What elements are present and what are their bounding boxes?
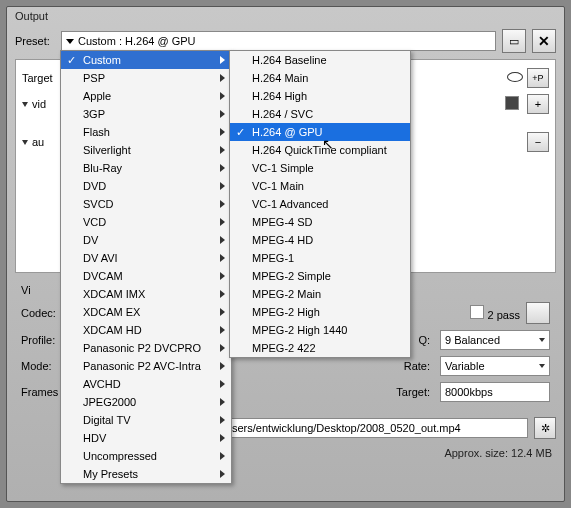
add-button[interactable]: + — [527, 94, 549, 114]
two-pass-label: 2 pass — [488, 309, 520, 321]
rate-label: Rate: — [390, 360, 430, 372]
menu-item[interactable]: MPEG-2 High 1440 — [230, 321, 410, 339]
menu-item[interactable]: Silverlight — [61, 141, 231, 159]
submenu-arrow-icon — [220, 398, 225, 406]
submenu-arrow-icon — [220, 74, 225, 82]
submenu-arrow-icon — [220, 470, 225, 478]
menu-item[interactable]: VCD — [61, 213, 231, 231]
menu-item[interactable]: Apple — [61, 87, 231, 105]
menu-item[interactable]: H.264 Main — [230, 69, 410, 87]
menu-item[interactable]: HDV — [61, 429, 231, 447]
submenu-arrow-icon — [220, 164, 225, 172]
submenu-arrow-icon — [220, 56, 225, 64]
submenu-arrow-icon — [220, 218, 225, 226]
submenu-arrow-icon — [220, 110, 225, 118]
menu-item[interactable]: Panasonic P2 DVCPRO — [61, 339, 231, 357]
menu-item[interactable]: DV AVI — [61, 249, 231, 267]
video-section-label: Vi — [21, 284, 31, 296]
submenu-arrow-icon — [220, 362, 225, 370]
submenu-arrow-icon — [220, 416, 225, 424]
window-title: Output — [7, 7, 564, 25]
menu-item[interactable]: Blu-Ray — [61, 159, 231, 177]
gear-icon: ✲ — [541, 422, 550, 435]
menu-item[interactable]: Flash — [61, 123, 231, 141]
chevron-down-icon — [539, 364, 545, 368]
tree-expand-icon[interactable] — [22, 140, 28, 145]
menu-item[interactable]: H.264 QuickTime compliant — [230, 141, 410, 159]
rate-select[interactable]: Variable — [440, 356, 550, 376]
browse-button[interactable]: ✲ — [534, 417, 556, 439]
menu-item[interactable]: VC-1 Main — [230, 177, 410, 195]
menu-item[interactable]: MPEG-1 — [230, 249, 410, 267]
menu-item[interactable]: Digital TV — [61, 411, 231, 429]
submenu-arrow-icon — [220, 92, 225, 100]
remove-button[interactable]: − — [527, 132, 549, 152]
target-label2: Target: — [390, 386, 430, 398]
checkbox[interactable] — [505, 96, 519, 110]
preset-submenu[interactable]: H.264 BaselineH.264 MainH.264 HighH.264 … — [229, 50, 411, 358]
menu-item[interactable]: My Presets — [61, 465, 231, 483]
menu-item[interactable]: H.264 @ GPU✓ — [230, 123, 410, 141]
preset-combo[interactable]: Custom : H.264 @ GPU — [61, 31, 496, 51]
two-pass-checkbox[interactable] — [470, 305, 484, 319]
submenu-arrow-icon — [220, 326, 225, 334]
submenu-arrow-icon — [220, 182, 225, 190]
menu-item[interactable]: XDCAM IMX — [61, 285, 231, 303]
submenu-arrow-icon — [220, 380, 225, 388]
output-path[interactable]: C:/Users/entwicklung/Desktop/2008_0520_o… — [205, 418, 528, 438]
menu-item[interactable]: H.264 Baseline — [230, 51, 410, 69]
dropdown-triangle-icon — [66, 39, 74, 44]
menu-item[interactable]: H.264 / SVC — [230, 105, 410, 123]
chevron-down-icon — [539, 338, 545, 342]
submenu-arrow-icon — [220, 146, 225, 154]
menu-item[interactable]: SVCD — [61, 195, 231, 213]
disk-icon: ▭ — [509, 35, 519, 48]
menu-item[interactable]: MPEG-2 Main — [230, 285, 410, 303]
add-preset-button[interactable]: +P — [527, 68, 549, 88]
target-input[interactable]: 8000kbps — [440, 382, 550, 402]
tree-item[interactable]: au — [32, 136, 44, 148]
menu-item[interactable]: MPEG-2 422 — [230, 339, 410, 357]
submenu-arrow-icon — [220, 254, 225, 262]
preset-value: Custom : H.264 @ GPU — [78, 35, 196, 47]
close-icon: ✕ — [538, 33, 550, 49]
quality-select[interactable]: 9 Balanced — [440, 330, 550, 350]
menu-item[interactable]: MPEG-2 Simple — [230, 267, 410, 285]
submenu-arrow-icon — [220, 290, 225, 298]
save-preset-button[interactable]: ▭ — [502, 29, 526, 53]
menu-item[interactable]: 3GP — [61, 105, 231, 123]
menu-item[interactable]: XDCAM EX — [61, 303, 231, 321]
menu-item[interactable]: MPEG-2 High — [230, 303, 410, 321]
menu-item[interactable]: MPEG-4 SD — [230, 213, 410, 231]
preset-category-menu[interactable]: Custom✓PSPApple3GPFlashSilverlightBlu-Ra… — [60, 50, 232, 484]
menu-item[interactable]: DVCAM — [61, 267, 231, 285]
menu-item[interactable]: H.264 High — [230, 87, 410, 105]
preset-label: Preset: — [15, 35, 55, 47]
menu-item[interactable]: XDCAM HD — [61, 321, 231, 339]
menu-item[interactable]: AVCHD — [61, 375, 231, 393]
submenu-arrow-icon — [220, 308, 225, 316]
target-label: Target — [22, 72, 62, 84]
submenu-arrow-icon — [220, 272, 225, 280]
menu-item[interactable]: PSP — [61, 69, 231, 87]
tree-expand-icon[interactable] — [22, 102, 28, 107]
submenu-arrow-icon — [220, 452, 225, 460]
submenu-arrow-icon — [220, 236, 225, 244]
submenu-arrow-icon — [220, 344, 225, 352]
submenu-arrow-icon — [220, 128, 225, 136]
menu-item[interactable]: VC-1 Simple — [230, 159, 410, 177]
menu-item[interactable]: DVD — [61, 177, 231, 195]
submenu-arrow-icon — [220, 434, 225, 442]
menu-item[interactable]: VC-1 Advanced — [230, 195, 410, 213]
menu-item[interactable]: Uncompressed — [61, 447, 231, 465]
menu-item[interactable]: JPEG2000 — [61, 393, 231, 411]
settings-button[interactable] — [526, 302, 550, 324]
menu-item[interactable]: MPEG-4 HD — [230, 231, 410, 249]
close-button[interactable]: ✕ — [532, 29, 556, 53]
menu-item[interactable]: DV — [61, 231, 231, 249]
tree-item[interactable]: vid — [32, 98, 46, 110]
menu-item[interactable]: Custom✓ — [61, 51, 231, 69]
menu-item[interactable]: Panasonic P2 AVC-Intra — [61, 357, 231, 375]
eye-icon[interactable] — [507, 72, 523, 82]
submenu-arrow-icon — [220, 200, 225, 208]
